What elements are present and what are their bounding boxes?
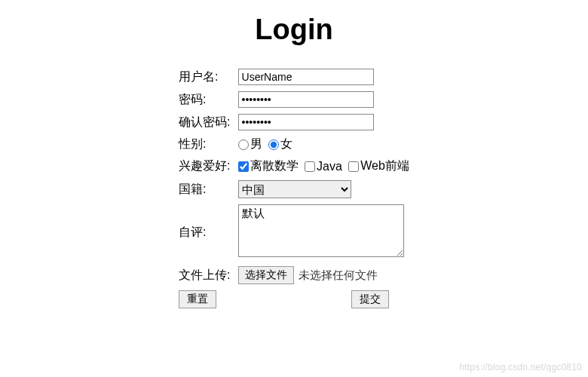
login-form: 用户名: 密码: 确认密码: 性别: 男 女 兴趣爱好: [176, 64, 412, 313]
username-label: 用户名: [176, 67, 234, 87]
reset-button[interactable]: 重置 [179, 290, 216, 308]
file-choose-button[interactable]: 选择文件 [238, 266, 294, 284]
gender-label: 性别: [176, 135, 234, 154]
upload-label: 文件上传: [176, 265, 234, 286]
gender-female-radio[interactable] [268, 139, 279, 150]
username-input[interactable] [238, 69, 374, 85]
password-label: 密码: [176, 90, 234, 109]
hobby-discrete-checkbox[interactable] [238, 161, 249, 172]
hobby-web-text: Web前端 [360, 159, 409, 172]
gender-male-radio[interactable] [238, 139, 249, 150]
nation-select[interactable]: 中国 [238, 180, 351, 198]
submit-button[interactable]: 提交 [351, 290, 389, 308]
selfeval-label: 自评: [176, 203, 234, 262]
gender-female-text: 女 [280, 137, 292, 150]
hobby-java-text: Java [317, 160, 342, 173]
page-title: Login [0, 14, 588, 46]
gender-male-text: 男 [250, 137, 262, 150]
hobby-label: 兴趣爱好: [176, 157, 234, 176]
selfeval-textarea[interactable] [238, 204, 404, 257]
watermark-text: https://blog.csdn.net/qgc0810 [459, 362, 582, 372]
confirm-password-input[interactable] [238, 114, 374, 130]
hobby-java-checkbox[interactable] [305, 161, 315, 172]
confirm-password-label: 确认密码: [176, 112, 234, 132]
file-status-text: 未选择任何文件 [299, 268, 378, 283]
hobby-discrete-text: 离散数学 [250, 159, 299, 172]
hobby-web-checkbox[interactable] [348, 161, 359, 172]
nation-label: 国籍: [176, 179, 234, 200]
password-input[interactable] [238, 91, 374, 108]
